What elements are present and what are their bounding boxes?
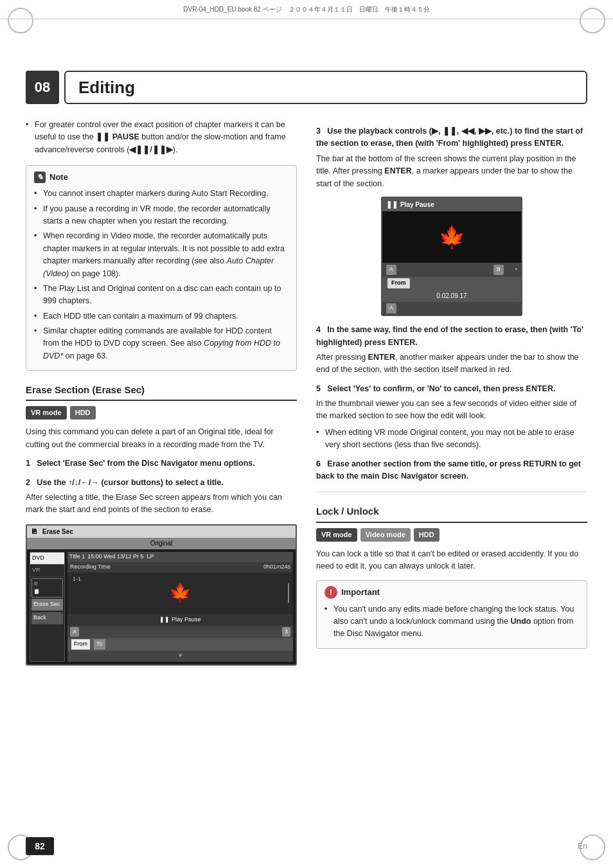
ss-from-label: From bbox=[71, 639, 90, 650]
ss-title-bar: Title 1 15:00 Wed 13/12 Pr 5 LP bbox=[67, 552, 293, 562]
play-pause-screenshot: ❚❚ Play Pause 🍁 A B • From 0.02.09.17 A bbox=[381, 197, 522, 316]
footer-language: En bbox=[578, 842, 587, 851]
ss-mark-a: A bbox=[70, 627, 79, 637]
note-box: ✎ Note You cannot insert chapter markers… bbox=[26, 165, 297, 371]
erase-sec-screenshot: 🖹 Erase Sec Original DVD VR ⚙ 📋 Erase Se… bbox=[26, 524, 297, 666]
pp-marks-row: A B • bbox=[382, 263, 521, 277]
step5-body: In the thumbnail viewer you can see a fe… bbox=[316, 398, 587, 423]
step4-heading: 4 In the same way, find the end of the s… bbox=[316, 324, 587, 349]
left-column: For greater control over the exact posit… bbox=[26, 119, 297, 817]
chapter-number: 08 bbox=[26, 71, 59, 104]
note-item-4: The Play List and Original content on a … bbox=[34, 283, 289, 308]
lock-unlock-body: You can lock a title so that it can't be… bbox=[316, 548, 587, 573]
badge-lu-hdd: HDD bbox=[414, 528, 440, 542]
pp-pause-icon: ❚❚ bbox=[386, 199, 398, 210]
step2-heading: 2 Use the ↑/↓/←/→ (cursor buttons) to se… bbox=[26, 477, 297, 489]
ss-panel-back: Back bbox=[31, 612, 63, 624]
ss-slider bbox=[288, 583, 289, 603]
ss-controls-bar: ❚❚ Play Pause bbox=[67, 614, 293, 626]
ss-arrow-down: ▼ bbox=[67, 651, 293, 661]
pp-video-area: 🍁 bbox=[382, 211, 521, 263]
ss-marks-bar: A 3 bbox=[67, 626, 293, 639]
pp-leaf-icon: 🍁 bbox=[438, 220, 465, 254]
step4-body: After pressing ENTER, another marker app… bbox=[316, 351, 587, 376]
intro-bullet-1: For greater control over the exact posit… bbox=[26, 119, 297, 156]
ss-mark-b: 3 bbox=[282, 627, 290, 637]
pp-time: 0.02.09.17 bbox=[382, 290, 521, 303]
erase-mode-badges: VR mode HDD bbox=[26, 406, 297, 420]
step1-heading: 1 Select 'Erase Sec' from the Disc Navig… bbox=[26, 457, 297, 470]
step3-body: The bar at the bottom of the screen show… bbox=[316, 153, 587, 190]
important-icon: ! bbox=[324, 586, 337, 599]
ss-panel-erasesec: Erase Sec bbox=[31, 599, 63, 611]
pp-top-bar: ❚❚ Play Pause bbox=[382, 198, 521, 211]
chapter-title-bar: Editing bbox=[64, 71, 587, 104]
page-header: DVR-04_HDD_EU.book 82 ページ ２００４年４月１１日 日曜日… bbox=[0, 0, 613, 19]
important-box: ! Important You can't undo any edits mad… bbox=[316, 580, 587, 648]
step5-heading: 5 Select 'Yes' to confirm, or 'No' to ca… bbox=[316, 383, 587, 395]
ss-original-label: Original bbox=[27, 538, 296, 549]
right-column: 3 Use the playback controls (▶, ❚❚, ◀◀, … bbox=[316, 119, 587, 817]
note-list: You cannot insert chapter markers during… bbox=[34, 188, 289, 362]
step6-heading: 6 Erase another section from the same ti… bbox=[316, 458, 587, 483]
ss-leaf-icon: 🍁 bbox=[169, 579, 191, 607]
page-footer: 82 En bbox=[26, 837, 587, 855]
ss-video-area: 1-1 🍁 bbox=[67, 572, 293, 614]
badge-lu-vr: VR mode bbox=[316, 528, 357, 542]
badge-hdd: HDD bbox=[70, 406, 96, 420]
ss-panel-vr: VR bbox=[30, 565, 64, 577]
page-number-badge: 82 bbox=[26, 837, 54, 855]
step5-sub-bullet-1: When editing VR mode Original content, y… bbox=[316, 427, 587, 452]
ss-counter: 1-1 bbox=[73, 575, 81, 584]
note-icon: ✎ bbox=[34, 172, 46, 183]
pp-bottom-mark: A bbox=[386, 303, 396, 314]
note-item-1: You cannot insert chapter markers during… bbox=[34, 188, 289, 200]
pp-from-row: From bbox=[382, 277, 521, 290]
lock-unlock-badges: VR mode Video mode HDD bbox=[316, 528, 587, 542]
intro-bullet-list: For greater control over the exact posit… bbox=[26, 119, 297, 156]
ss-recording-time: Recording Time0h01m24s bbox=[67, 562, 293, 572]
ss-left-panel: DVD VR ⚙ 📋 Erase Sec Back bbox=[30, 552, 65, 662]
important-list: You can't undo any edits made before cha… bbox=[324, 603, 579, 641]
pp-marker-row: A bbox=[382, 302, 521, 315]
badge-vr-mode: VR mode bbox=[26, 406, 67, 420]
ss-body: DVD VR ⚙ 📋 Erase Sec Back Title 1 15:00 … bbox=[27, 549, 296, 664]
pp-mark-a: A bbox=[386, 265, 396, 275]
note-item-5: Each HDD title can contain a maximum of … bbox=[34, 310, 289, 323]
note-item-3: When recording in Video mode, the record… bbox=[34, 230, 289, 280]
ss-to-label: To bbox=[94, 639, 105, 650]
badge-lu-video: Video mode bbox=[360, 528, 411, 542]
step3-heading: 3 Use the playback controls (▶, ❚❚, ◀◀, … bbox=[316, 125, 587, 150]
step5-sub-bullets: When editing VR mode Original content, y… bbox=[316, 427, 587, 452]
ss-panel-dvd: DVD bbox=[30, 553, 64, 565]
erase-section-heading: Erase Section (Erase Sec) bbox=[26, 382, 297, 401]
ss-from-to-bar: From To bbox=[67, 638, 293, 651]
note-item-2: If you pause a recording in VR mode, the… bbox=[34, 203, 289, 228]
main-content: For greater control over the exact posit… bbox=[26, 119, 587, 817]
ss-panel-icons: ⚙ 📋 bbox=[31, 578, 63, 598]
important-item-1: You can't undo any edits made before cha… bbox=[324, 603, 579, 641]
erase-intro: Using this command you can delete a part… bbox=[26, 426, 297, 451]
pp-from-label: From bbox=[387, 278, 410, 288]
important-title: ! Important bbox=[324, 586, 579, 599]
pp-dot: • bbox=[515, 265, 517, 274]
step2-body: After selecting a title, the Erase Sec s… bbox=[26, 492, 297, 517]
pp-mark-b: B bbox=[493, 265, 504, 275]
note-title: ✎ Note bbox=[34, 171, 289, 184]
ss-top-bar: 🖹 Erase Sec bbox=[27, 526, 296, 538]
lock-unlock-heading: Lock / Unlock bbox=[316, 504, 587, 522]
chapter-title: Editing bbox=[78, 78, 135, 98]
ss-main-panel: Title 1 15:00 Wed 13/12 Pr 5 LP Recordin… bbox=[67, 552, 293, 662]
pp-top-label: Play Pause bbox=[400, 200, 434, 210]
section-divider bbox=[316, 492, 587, 492]
note-item-6: Similar chapter editing commands are ava… bbox=[34, 325, 289, 362]
